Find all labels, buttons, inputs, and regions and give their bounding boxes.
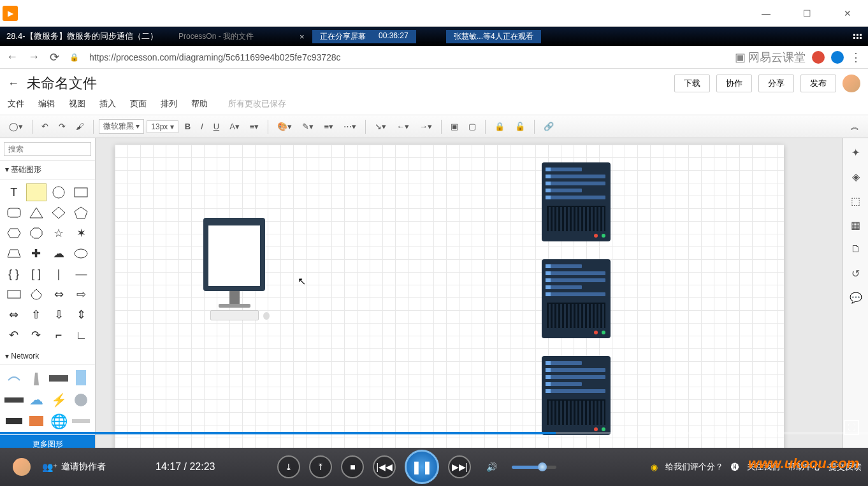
net-wifi[interactable] xyxy=(4,369,24,388)
shape-cloud[interactable]: ☁ xyxy=(49,245,69,262)
shape-triangle[interactable] xyxy=(26,204,46,222)
menu-view[interactable]: 视图 xyxy=(69,98,85,110)
align-icon[interactable]: ≡▾ xyxy=(246,119,263,134)
line-color-icon[interactable]: ✎▾ xyxy=(298,119,317,134)
ext-ie-icon[interactable] xyxy=(831,51,844,64)
shape-arrow-down[interactable]: ⇩ xyxy=(49,306,69,324)
shape-rect[interactable] xyxy=(71,183,91,201)
menu-page[interactable]: 页面 xyxy=(130,98,147,110)
arrow-end-icon[interactable]: →▾ xyxy=(416,119,436,134)
publish-button[interactable]: 发布 xyxy=(800,75,836,92)
speed-down-button[interactable]: ⤓ xyxy=(277,455,300,478)
pages-icon[interactable]: ▦ xyxy=(848,217,864,232)
shape-star[interactable]: ☆ xyxy=(49,224,69,242)
connector-icon[interactable]: ↘▾ xyxy=(371,119,390,134)
close-button[interactable]: ✕ xyxy=(835,8,860,18)
shape-corner[interactable]: ⌐ xyxy=(49,326,69,344)
shape-arrow-up[interactable]: ⇧ xyxy=(26,306,46,324)
shape-octagon[interactable] xyxy=(26,224,46,242)
shape-tool-icon[interactable]: ◯▾ xyxy=(5,119,27,134)
canvas-page[interactable]: ↖ xyxy=(115,145,784,448)
net-building[interactable] xyxy=(71,369,91,388)
shape-arrow-ud[interactable]: ⇕ xyxy=(71,306,91,324)
download-button[interactable]: 下载 xyxy=(674,75,710,92)
layers-icon[interactable]: ⬚ xyxy=(848,193,864,208)
front-icon[interactable]: ▣ xyxy=(447,119,462,134)
shape-line-v[interactable]: | xyxy=(49,265,69,283)
shape-angle[interactable]: ∟ xyxy=(71,326,91,344)
shape-cross[interactable]: ✚ xyxy=(26,245,46,262)
shape-line-h[interactable]: — xyxy=(71,265,91,283)
shape-star6[interactable]: ✶ xyxy=(71,224,91,242)
stop-button[interactable]: ■ xyxy=(341,455,364,478)
speed-up-button[interactable]: ⤒ xyxy=(309,455,332,478)
menu-edit[interactable]: 编辑 xyxy=(38,98,55,110)
next-button[interactable]: ▶▶| xyxy=(448,455,471,478)
document-title[interactable]: 未命名文件 xyxy=(27,74,97,93)
reload-button[interactable]: ⟳ xyxy=(50,50,59,64)
net-router[interactable] xyxy=(4,390,24,410)
play-pause-button[interactable]: ❚❚ xyxy=(405,450,439,484)
volume-slider[interactable] xyxy=(512,466,556,469)
shape-roundrect[interactable] xyxy=(4,204,24,222)
shape-note[interactable] xyxy=(26,183,46,201)
search-input[interactable] xyxy=(4,142,91,156)
navigator-icon[interactable]: ✦ xyxy=(848,145,864,160)
canvas-area[interactable]: ↖ ✦ ◈ ⬚ ▦ 🗋 ↺ 💬 xyxy=(96,138,868,448)
menu-help[interactable]: 帮助 xyxy=(191,98,208,110)
shape-hexagon[interactable] xyxy=(4,224,24,242)
link-icon[interactable]: 🔗 xyxy=(540,119,558,134)
unlock-icon[interactable]: 🔓 xyxy=(511,119,529,134)
diagram-server-3[interactable] xyxy=(542,356,611,435)
tab-close-icon[interactable]: × xyxy=(300,32,305,41)
bold-icon[interactable]: B xyxy=(181,119,194,134)
shape-card[interactable] xyxy=(4,285,24,303)
net-globe[interactable]: 🌐 xyxy=(49,412,69,431)
arrow-start-icon[interactable]: ←▾ xyxy=(393,119,413,134)
shape-arrow-both[interactable]: ⇔ xyxy=(4,306,24,324)
menu-arrange[interactable]: 排列 xyxy=(161,98,177,110)
net-ruler[interactable] xyxy=(71,412,91,431)
shape-uturn-l[interactable]: ↶ xyxy=(4,326,24,344)
shape-circle[interactable] xyxy=(49,183,69,201)
net-firewall[interactable] xyxy=(26,412,46,431)
page-icon[interactable]: 🗋 xyxy=(848,241,864,257)
url-bar[interactable]: https://processon.com/diagraming/5c61169… xyxy=(89,52,725,62)
history-icon[interactable]: ↺ xyxy=(848,266,864,281)
maximize-button[interactable]: ☐ xyxy=(794,8,820,18)
forward-button[interactable]: → xyxy=(28,50,40,64)
undo-icon[interactable]: ↶ xyxy=(38,119,52,134)
menu-file[interactable]: 文件 xyxy=(8,98,24,110)
section-basic[interactable]: ▾ 基础图形 xyxy=(0,161,95,180)
shape-diamond[interactable] xyxy=(49,204,69,222)
redo-icon[interactable]: ↷ xyxy=(55,119,69,134)
back-icon[interactable]: ▢ xyxy=(465,119,480,134)
fill-color-icon[interactable]: 🎨▾ xyxy=(273,119,296,134)
shape-drop[interactable] xyxy=(26,285,46,303)
net-switch[interactable] xyxy=(49,369,69,388)
prev-button[interactable]: |◀◀ xyxy=(373,455,396,478)
shape-uturn-r[interactable]: ↷ xyxy=(26,326,46,344)
volume-icon[interactable]: 🔊 xyxy=(480,455,503,478)
minimize-button[interactable]: — xyxy=(753,8,779,18)
collab-button[interactable]: 协作 xyxy=(716,75,752,92)
font-size-select[interactable]: 13px ▾ xyxy=(147,120,178,133)
font-family-select[interactable]: 微软雅黑 ▾ xyxy=(99,119,144,134)
shape-text[interactable]: T xyxy=(4,183,24,201)
lock-icon[interactable]: 🔒 xyxy=(491,119,509,134)
net-cloud[interactable]: ☁ xyxy=(26,390,46,410)
shape-pentagon[interactable] xyxy=(71,204,91,222)
diagram-computer[interactable] xyxy=(203,218,265,320)
comment-icon[interactable]: 💬 xyxy=(848,290,864,305)
font-color-icon[interactable]: A▾ xyxy=(226,119,243,134)
invite-collab-button[interactable]: 👥⁺ 邀请协作者 xyxy=(42,461,106,473)
line-width-icon[interactable]: ≡▾ xyxy=(320,119,337,134)
user-avatar[interactable] xyxy=(843,75,860,92)
net-tower[interactable] xyxy=(26,369,46,388)
net-flash[interactable]: ⚡ xyxy=(49,390,69,410)
shape-bracket[interactable]: [ ] xyxy=(26,265,46,283)
back-button[interactable]: ← xyxy=(6,50,18,64)
browser-tab-label[interactable]: ProcessOn - 我的文件 xyxy=(178,31,254,42)
collapse-toolbar-icon[interactable]: ︽ xyxy=(847,118,863,135)
shape-brace-l[interactable]: { } xyxy=(4,265,24,283)
